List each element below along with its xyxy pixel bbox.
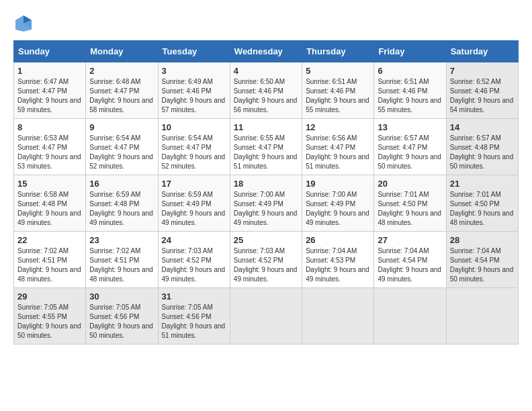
- day-info: Sunrise: 6:56 AMSunset: 4:47 PMDaylight:…: [306, 134, 370, 171]
- logo: [13, 13, 36, 34]
- calendar-cell: 9Sunrise: 6:54 AMSunset: 4:47 PMDaylight…: [86, 119, 158, 175]
- day-number: 11: [234, 122, 298, 132]
- day-number: 21: [450, 179, 515, 189]
- day-number: 24: [162, 235, 226, 245]
- day-number: 26: [306, 235, 370, 245]
- day-info: Sunrise: 6:58 AMSunset: 4:48 PMDaylight:…: [17, 190, 82, 228]
- calendar-cell: 26Sunrise: 7:04 AMSunset: 4:53 PMDayligh…: [302, 232, 374, 288]
- day-info: Sunrise: 7:03 AMSunset: 4:52 PMDaylight:…: [162, 246, 226, 284]
- day-number: 16: [89, 179, 154, 189]
- calendar-cell: 12Sunrise: 6:56 AMSunset: 4:47 PMDayligh…: [302, 119, 374, 175]
- calendar-cell: 18Sunrise: 7:00 AMSunset: 4:49 PMDayligh…: [230, 175, 302, 232]
- day-info: Sunrise: 6:54 AMSunset: 4:47 PMDaylight:…: [89, 134, 154, 171]
- calendar-cell: [374, 288, 446, 345]
- day-header-thursday: Thursday: [302, 41, 374, 62]
- calendar-cell: 20Sunrise: 7:01 AMSunset: 4:50 PMDayligh…: [374, 175, 446, 232]
- calendar-cell: 2Sunrise: 6:48 AMSunset: 4:47 PMDaylight…: [86, 62, 158, 119]
- calendar-cell: 31Sunrise: 7:05 AMSunset: 4:56 PMDayligh…: [158, 288, 230, 345]
- day-number: 2: [89, 66, 154, 76]
- calendar-cell: [230, 288, 302, 345]
- day-info: Sunrise: 7:00 AMSunset: 4:49 PMDaylight:…: [234, 190, 298, 228]
- day-info: Sunrise: 6:57 AMSunset: 4:48 PMDaylight:…: [450, 134, 515, 171]
- day-number: 18: [234, 179, 298, 189]
- page-header: [13, 13, 519, 34]
- day-info: Sunrise: 6:48 AMSunset: 4:47 PMDaylight:…: [89, 77, 154, 115]
- day-header-sunday: Sunday: [14, 41, 86, 62]
- calendar-cell: 30Sunrise: 7:05 AMSunset: 4:56 PMDayligh…: [86, 288, 158, 345]
- calendar-week-row: 1Sunrise: 6:47 AMSunset: 4:47 PMDaylight…: [14, 62, 519, 119]
- calendar-cell: 29Sunrise: 7:05 AMSunset: 4:55 PMDayligh…: [14, 288, 86, 345]
- day-info: Sunrise: 6:51 AMSunset: 4:46 PMDaylight:…: [306, 77, 370, 115]
- calendar-week-row: 15Sunrise: 6:58 AMSunset: 4:48 PMDayligh…: [14, 175, 519, 232]
- day-number: 8: [17, 122, 82, 132]
- calendar-cell: 15Sunrise: 6:58 AMSunset: 4:48 PMDayligh…: [14, 175, 86, 232]
- day-number: 30: [89, 291, 154, 302]
- day-info: Sunrise: 7:04 AMSunset: 4:53 PMDaylight:…: [306, 246, 370, 284]
- day-number: 28: [450, 235, 515, 245]
- day-info: Sunrise: 6:59 AMSunset: 4:48 PMDaylight:…: [89, 190, 154, 228]
- day-info: Sunrise: 7:04 AMSunset: 4:54 PMDaylight:…: [378, 246, 442, 284]
- day-info: Sunrise: 7:05 AMSunset: 4:55 PMDaylight:…: [17, 303, 82, 340]
- day-info: Sunrise: 7:03 AMSunset: 4:52 PMDaylight:…: [234, 246, 298, 284]
- day-header-saturday: Saturday: [446, 41, 518, 62]
- calendar-cell: 23Sunrise: 7:02 AMSunset: 4:51 PMDayligh…: [86, 232, 158, 288]
- logo-icon: [13, 13, 34, 34]
- calendar-cell: 13Sunrise: 6:57 AMSunset: 4:47 PMDayligh…: [374, 119, 446, 175]
- day-header-wednesday: Wednesday: [230, 41, 302, 62]
- calendar-table: SundayMondayTuesdayWednesdayThursdayFrid…: [13, 40, 519, 345]
- calendar-cell: 21Sunrise: 7:01 AMSunset: 4:50 PMDayligh…: [446, 175, 518, 232]
- day-number: 7: [450, 66, 515, 76]
- calendar-week-row: 8Sunrise: 6:53 AMSunset: 4:47 PMDaylight…: [14, 119, 519, 175]
- day-info: Sunrise: 6:50 AMSunset: 4:46 PMDaylight:…: [234, 77, 298, 115]
- day-info: Sunrise: 6:57 AMSunset: 4:47 PMDaylight:…: [378, 134, 442, 171]
- calendar-cell: 4Sunrise: 6:50 AMSunset: 4:46 PMDaylight…: [230, 62, 302, 119]
- calendar-cell: 16Sunrise: 6:59 AMSunset: 4:48 PMDayligh…: [86, 175, 158, 232]
- day-info: Sunrise: 6:54 AMSunset: 4:47 PMDaylight:…: [162, 134, 226, 171]
- day-info: Sunrise: 7:05 AMSunset: 4:56 PMDaylight:…: [89, 303, 154, 340]
- day-number: 9: [89, 122, 154, 132]
- day-number: 14: [450, 122, 515, 132]
- day-header-tuesday: Tuesday: [158, 41, 230, 62]
- day-info: Sunrise: 6:52 AMSunset: 4:46 PMDaylight:…: [450, 77, 515, 115]
- calendar-week-row: 22Sunrise: 7:02 AMSunset: 4:51 PMDayligh…: [14, 232, 519, 288]
- day-number: 22: [17, 235, 82, 245]
- calendar-cell: [446, 288, 518, 345]
- calendar-cell: 5Sunrise: 6:51 AMSunset: 4:46 PMDaylight…: [302, 62, 374, 119]
- day-number: 6: [378, 66, 442, 76]
- day-number: 13: [378, 122, 442, 132]
- calendar-cell: 28Sunrise: 7:04 AMSunset: 4:54 PMDayligh…: [446, 232, 518, 288]
- calendar-cell: 17Sunrise: 6:59 AMSunset: 4:49 PMDayligh…: [158, 175, 230, 232]
- day-info: Sunrise: 6:53 AMSunset: 4:47 PMDaylight:…: [17, 134, 82, 171]
- day-header-friday: Friday: [374, 41, 446, 62]
- day-number: 27: [378, 235, 442, 245]
- calendar-cell: 10Sunrise: 6:54 AMSunset: 4:47 PMDayligh…: [158, 119, 230, 175]
- day-info: Sunrise: 7:01 AMSunset: 4:50 PMDaylight:…: [450, 190, 515, 228]
- calendar-cell: 25Sunrise: 7:03 AMSunset: 4:52 PMDayligh…: [230, 232, 302, 288]
- day-number: 10: [162, 122, 226, 132]
- day-number: 15: [17, 179, 82, 189]
- day-number: 31: [162, 291, 226, 302]
- calendar-cell: 14Sunrise: 6:57 AMSunset: 4:48 PMDayligh…: [446, 119, 518, 175]
- calendar-cell: [302, 288, 374, 345]
- calendar-cell: 7Sunrise: 6:52 AMSunset: 4:46 PMDaylight…: [446, 62, 518, 119]
- calendar-cell: 6Sunrise: 6:51 AMSunset: 4:46 PMDaylight…: [374, 62, 446, 119]
- day-number: 5: [306, 66, 370, 76]
- calendar-cell: 22Sunrise: 7:02 AMSunset: 4:51 PMDayligh…: [14, 232, 86, 288]
- calendar-cell: 8Sunrise: 6:53 AMSunset: 4:47 PMDaylight…: [14, 119, 86, 175]
- day-info: Sunrise: 6:47 AMSunset: 4:47 PMDaylight:…: [17, 77, 82, 115]
- day-number: 12: [306, 122, 370, 132]
- day-number: 3: [162, 66, 226, 76]
- calendar-body: 1Sunrise: 6:47 AMSunset: 4:47 PMDaylight…: [14, 62, 519, 345]
- day-number: 17: [162, 179, 226, 189]
- calendar-cell: 27Sunrise: 7:04 AMSunset: 4:54 PMDayligh…: [374, 232, 446, 288]
- calendar-cell: 11Sunrise: 6:55 AMSunset: 4:47 PMDayligh…: [230, 119, 302, 175]
- day-number: 1: [17, 66, 82, 76]
- calendar-cell: 3Sunrise: 6:49 AMSunset: 4:46 PMDaylight…: [158, 62, 230, 119]
- calendar-cell: 19Sunrise: 7:00 AMSunset: 4:49 PMDayligh…: [302, 175, 374, 232]
- day-info: Sunrise: 7:02 AMSunset: 4:51 PMDaylight:…: [89, 246, 154, 284]
- calendar-cell: 1Sunrise: 6:47 AMSunset: 4:47 PMDaylight…: [14, 62, 86, 119]
- day-info: Sunrise: 7:04 AMSunset: 4:54 PMDaylight:…: [450, 246, 515, 284]
- day-info: Sunrise: 6:55 AMSunset: 4:47 PMDaylight:…: [234, 134, 298, 171]
- day-number: 19: [306, 179, 370, 189]
- day-number: 23: [89, 235, 154, 245]
